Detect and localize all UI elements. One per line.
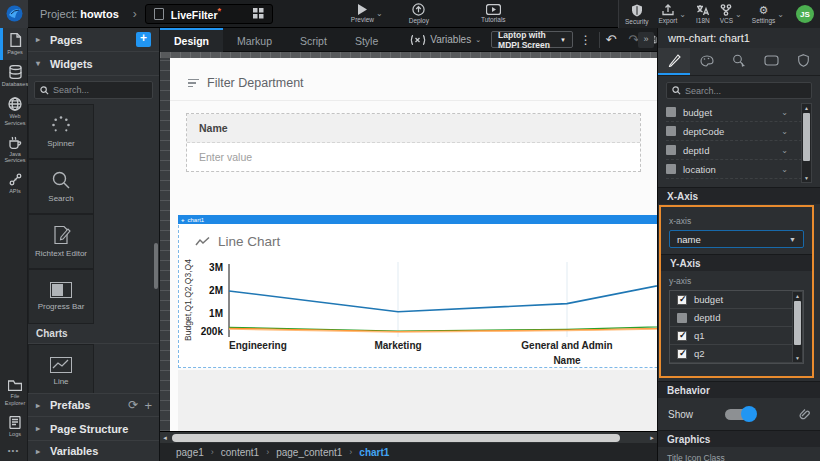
pages-accordion[interactable]: ▸ Pages +	[28, 28, 159, 52]
deploy-button[interactable]: Deploy	[409, 0, 429, 28]
widget-spinner[interactable]: Spinner	[28, 104, 94, 159]
name-filter-input[interactable]: Enter value	[187, 143, 640, 171]
add-page-button[interactable]: +	[136, 32, 151, 47]
q1-y-checkbox[interactable]	[677, 331, 687, 341]
rail-item-apis[interactable]: APIs	[0, 168, 27, 199]
open-page-tab[interactable]: LiveFilter*	[145, 4, 273, 24]
widget-progress-bar[interactable]: Progress Bar	[28, 269, 94, 324]
horizontal-scrollbar[interactable]: ◂ ▸	[160, 431, 657, 443]
livefilter-form[interactable]: Name Enter value	[186, 113, 641, 172]
tab-style[interactable]: Style	[341, 28, 392, 52]
property-list-scrollbar[interactable]: ▲ ▼	[801, 103, 812, 183]
chevron-down-icon[interactable]: ⌄	[781, 127, 788, 136]
scroll-right-arrow-icon[interactable]: ▸	[647, 434, 657, 442]
chevron-down-icon[interactable]: ⌄	[781, 146, 788, 155]
deptcode-checkbox[interactable]	[666, 126, 676, 136]
budget-y-checkbox[interactable]	[677, 295, 687, 305]
rail-item-logs[interactable]: Logs	[0, 411, 27, 442]
y-option-deptid[interactable]: deptId	[670, 309, 803, 327]
export-chevron-icon[interactable]: ⌄	[679, 10, 686, 19]
property-row-location[interactable]: location ⌄	[666, 160, 812, 179]
widget-richtext-editor[interactable]: Richtext Editor	[28, 214, 94, 269]
scroll-up-arrow-icon[interactable]: ▲	[804, 104, 809, 112]
bind-link-icon[interactable]	[797, 408, 810, 421]
property-row-budget[interactable]: budget ⌄	[666, 103, 812, 122]
x-axis-select[interactable]: name ▼	[669, 230, 804, 248]
grid-icon[interactable]	[253, 8, 264, 19]
tab-script[interactable]: Script	[286, 28, 341, 52]
widget-line-chart[interactable]: Line	[28, 344, 94, 399]
undo-button[interactable]: ↶	[605, 32, 616, 47]
chevron-down-icon[interactable]: ⌄	[781, 108, 788, 117]
deptid-checkbox[interactable]	[666, 145, 676, 155]
rail-item-web-services[interactable]: Web Services	[0, 92, 27, 131]
properties-search[interactable]	[666, 82, 812, 99]
y-option-q3[interactable]: q3	[670, 363, 803, 364]
vcs-chevron-icon[interactable]: ⌄	[735, 10, 742, 19]
widget-search-input[interactable]	[53, 85, 143, 95]
add-prefab-icon[interactable]: +	[144, 398, 152, 413]
more-icon[interactable]: •••	[0, 442, 27, 461]
location-checkbox[interactable]	[666, 164, 676, 174]
security-button[interactable]: Security	[625, 0, 648, 28]
horizontal-scroll-thumb[interactable]	[172, 434, 620, 442]
q2-y-checkbox[interactable]	[677, 349, 687, 359]
tab-markup[interactable]: Markup	[223, 28, 286, 52]
rail-item-java-services[interactable]: Java Services	[0, 131, 27, 169]
vcs-button[interactable]: VCS	[720, 0, 733, 28]
property-row-deptid[interactable]: deptId ⌄	[666, 141, 812, 160]
i18n-button[interactable]: I18N	[696, 0, 710, 28]
rail-item-databases[interactable]: Databases	[0, 60, 27, 92]
app-logo[interactable]	[0, 0, 28, 28]
device-selector[interactable]: Laptop with MDPI Screen ▼	[491, 31, 573, 48]
kebab-menu-icon[interactable]: ⋮	[580, 33, 592, 47]
scroll-thumb[interactable]	[803, 113, 810, 161]
budget-checkbox[interactable]	[666, 107, 676, 117]
chart1-widget[interactable]: + chart1 Line Chart 3M2M1M200kEngineerin…	[178, 215, 657, 368]
widget-search[interactable]	[34, 81, 153, 99]
scroll-down-arrow-icon[interactable]: ▼	[804, 174, 809, 182]
refresh-icon[interactable]: ⟳	[128, 398, 138, 412]
tab-styles[interactable]	[690, 48, 722, 75]
collapse-panel-button[interactable]: »	[638, 32, 654, 48]
deptid-y-checkbox[interactable]	[677, 313, 687, 323]
properties-search-input[interactable]	[685, 86, 795, 96]
tab-events[interactable]	[723, 48, 755, 75]
filter-panel-header[interactable]: Filter Department	[170, 58, 657, 101]
settings-button[interactable]: ⚙ Settings	[752, 0, 776, 28]
variables-accordion[interactable]: ▸ Variables	[28, 441, 160, 461]
show-toggle[interactable]	[725, 409, 755, 420]
breadcrumb-content1[interactable]: content1	[221, 447, 259, 458]
widget-search[interactable]: Search	[28, 159, 94, 214]
tab-design[interactable]: Design	[160, 28, 223, 52]
tab-security[interactable]	[788, 48, 820, 75]
tab-device[interactable]	[755, 48, 787, 75]
rail-item-pages[interactable]: Pages	[0, 28, 27, 60]
breadcrumb-page-content1[interactable]: page_content1	[276, 447, 342, 458]
y-option-q2[interactable]: q2	[670, 345, 803, 363]
preview-button[interactable]: Preview	[351, 0, 374, 28]
property-row-name[interactable]: name ⌄	[666, 179, 812, 183]
export-button[interactable]: Export	[658, 0, 677, 28]
chevron-down-icon[interactable]: ⌄	[781, 165, 788, 174]
scroll-thumb[interactable]	[794, 301, 801, 345]
rail-item-file-explorer[interactable]: File Explorer	[0, 375, 27, 411]
scroll-left-arrow-icon[interactable]: ◂	[160, 434, 170, 442]
y-option-budget[interactable]: budget	[670, 291, 803, 309]
design-canvas[interactable]: Filter Department Name Enter value + cha…	[170, 58, 657, 431]
tab-properties[interactable]	[658, 48, 690, 75]
y-axis-list-scrollbar[interactable]: ▲ ▼	[792, 291, 803, 363]
breadcrumb-page1[interactable]: page1	[176, 447, 204, 458]
user-avatar[interactable]: JS	[796, 5, 814, 23]
scroll-up-arrow-icon[interactable]: ▲	[795, 292, 800, 300]
preview-chevron-icon[interactable]: ⌄	[376, 9, 383, 18]
property-row-deptcode[interactable]: deptCode ⌄	[666, 122, 812, 141]
page-structure-accordion[interactable]: ▸ Page Structure	[28, 417, 160, 441]
y-option-q1[interactable]: q1	[670, 327, 803, 345]
selected-widget-tag[interactable]: + chart1	[178, 215, 657, 224]
breadcrumb-chart1[interactable]: chart1	[359, 447, 389, 458]
settings-chevron-icon[interactable]: ⌄	[777, 10, 784, 19]
scroll-down-arrow-icon[interactable]: ▼	[795, 354, 800, 362]
tutorials-button[interactable]: Tutorials	[481, 0, 506, 28]
left-panel-scrollbar[interactable]	[154, 243, 158, 289]
